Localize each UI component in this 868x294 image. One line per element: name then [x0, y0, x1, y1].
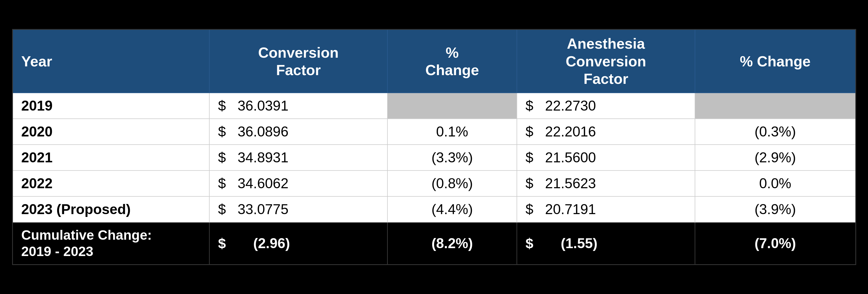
acf-pct-cell: [695, 93, 856, 119]
page-wrapper: Year ConversionFactor %Change Anesthesia…: [0, 0, 868, 294]
cf-value-cell: $ 34.6062: [209, 170, 388, 196]
table-row: 2023 (Proposed) $ 33.0775 (4.4%) $ 20.71…: [12, 196, 856, 222]
table-row: 2019 $ 36.0391 $ 22.2730: [12, 93, 856, 119]
table-row: 2020 $ 36.0896 0.1% $ 22.2016 (0.3%): [12, 119, 856, 144]
header-anesthesia-cf: AnesthesiaConversionFactor: [517, 30, 695, 93]
footer-row: Cumulative Change:2019 - 2023 $ (2.96) (…: [12, 222, 856, 264]
acf-pct-cell: 0.0%: [695, 170, 856, 196]
footer-cf-pct-cell: (8.2%): [388, 222, 517, 264]
header-year: Year: [12, 30, 209, 93]
acf-value-cell: $ 22.2730: [517, 93, 695, 119]
acf-value-cell: $ 21.5600: [517, 144, 695, 170]
acf-value-cell: $ 21.5623: [517, 170, 695, 196]
footer-acf-value-cell: $ (1.55): [517, 222, 695, 264]
cf-pct-cell: (3.3%): [388, 144, 517, 170]
acf-pct-cell: (0.3%): [695, 119, 856, 144]
cf-pct-cell: (4.4%): [388, 196, 517, 222]
year-cell: 2020: [12, 119, 209, 144]
conversion-table: Year ConversionFactor %Change Anesthesia…: [12, 29, 856, 265]
cf-value-cell: $ 36.0896: [209, 119, 388, 144]
year-cell: 2022: [12, 170, 209, 196]
cf-value-cell: $ 36.0391: [209, 93, 388, 119]
cf-value-cell: $ 34.8931: [209, 144, 388, 170]
footer-year-cell: Cumulative Change:2019 - 2023: [12, 222, 209, 264]
cf-pct-cell: [388, 93, 517, 119]
year-cell: 2023 (Proposed): [12, 196, 209, 222]
header-conversion-factor: ConversionFactor: [209, 30, 388, 93]
acf-pct-cell: (3.9%): [695, 196, 856, 222]
cf-pct-cell: 0.1%: [388, 119, 517, 144]
acf-value-cell: $ 20.7191: [517, 196, 695, 222]
year-cell: 2019: [12, 93, 209, 119]
table-row: 2022 $ 34.6062 (0.8%) $ 21.5623 0.0%: [12, 170, 856, 196]
acf-pct-cell: (2.9%): [695, 144, 856, 170]
header-pct-change-2: % Change: [695, 30, 856, 93]
footer-acf-pct-cell: (7.0%): [695, 222, 856, 264]
footer-cf-value-cell: $ (2.96): [209, 222, 388, 264]
acf-value-cell: $ 22.2016: [517, 119, 695, 144]
cf-value-cell: $ 33.0775: [209, 196, 388, 222]
header-row: Year ConversionFactor %Change Anesthesia…: [12, 30, 856, 93]
table-row: 2021 $ 34.8931 (3.3%) $ 21.5600 (2.9%): [12, 144, 856, 170]
cf-pct-cell: (0.8%): [388, 170, 517, 196]
year-cell: 2021: [12, 144, 209, 170]
header-pct-change-1: %Change: [388, 30, 517, 93]
